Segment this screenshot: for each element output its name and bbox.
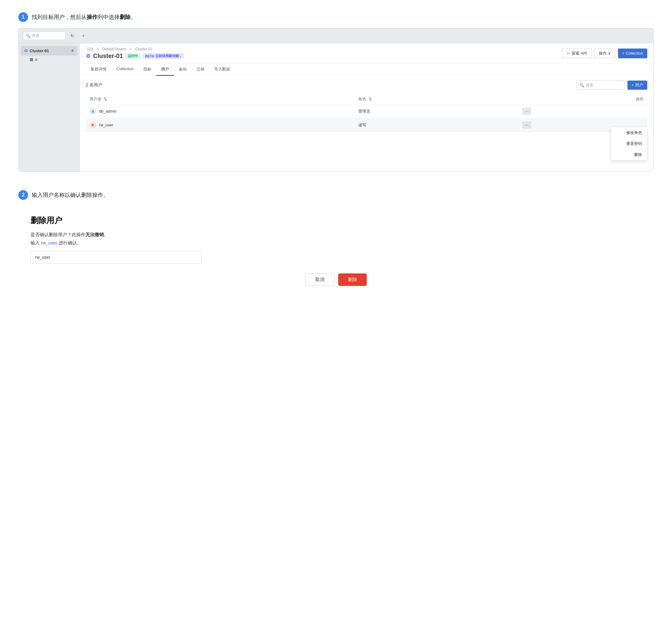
cluster-icon: ⚙ [24,48,28,53]
table-header: 用户名 ⇅ 角色 ⇅ 操作 [86,94,647,105]
user-cell-rw-user: R rw_user [86,119,355,132]
beta-badge: BETA 立刻试用新功能 › [143,53,184,59]
tab-collection[interactable]: Collection [111,63,139,76]
col-actions: 操作 [518,94,647,105]
panel-body: ⚙ Cluster-01 + ▦ a 123 > Default Project… [19,43,653,172]
avatar-db-admin: d [89,108,96,115]
actions-cell-rw-user: ··· 修改角色 重置密码 删除 [518,119,647,132]
cluster-info: 123 > Default Project > Cluster-01 ⚙ Clu… [86,47,184,59]
sidebar-add-icon[interactable]: + [71,48,74,53]
users-count: 2 名用户 [86,82,102,88]
users-search-input[interactable]: 🔍 搜索 [576,80,625,90]
actions-cell-db-admin: ··· [518,105,647,119]
users-toolbar-right: 🔍 搜索 + 用户 [576,80,647,90]
sidebar-search-box[interactable]: 🔍 搜索 [23,31,66,40]
dialog-title: 删除用户 [30,215,642,226]
col-username: 用户名 ⇅ [86,94,355,105]
role-cell-db-admin: 管理员 [355,105,518,119]
dropdown-item-delete[interactable]: 删除 [611,149,647,160]
breadcrumb: 123 > Default Project > Cluster-01 [86,47,184,51]
dialog-actions: 取消 删除 [30,273,642,286]
confirm-username: rw_user [41,240,57,245]
col-role: 角色 ⇅ [355,94,518,105]
sidebar-item-cluster[interactable]: ⚙ Cluster-01 + [20,46,77,55]
add-button[interactable]: + [79,31,87,40]
step1-row: 1 找到目标用户，然后从操作列中选择删除。 [18,12,654,22]
tab-import[interactable]: 导入数据 [209,63,235,76]
sort-icon-username[interactable]: ⇅ [104,97,107,101]
users-table-wrapper: 用户名 ⇅ 角色 ⇅ 操作 [86,94,647,132]
tab-backup[interactable]: 备份 [174,63,192,76]
collection-button[interactable]: + Collection [618,48,647,58]
sidebar: ⚙ Cluster-01 + ▦ a [19,43,80,172]
role-cell-rw-user: 读写 [355,119,518,132]
step1-circle: 1 [18,12,28,22]
username-db-admin: db_admin [99,109,117,114]
panel-header: 🔍 搜索 ↻ + [19,28,653,43]
running-badge: 运行中 [126,53,141,59]
tab-users[interactable]: 用户 [156,63,174,76]
operations-button[interactable]: 操作 ∨ [594,48,616,58]
cancel-button[interactable]: 取消 [305,273,334,286]
tab-migration[interactable]: 迁移 [192,63,209,76]
chevron-down-icon: ∨ [608,51,611,55]
step2-row: 2 输入用户名称以确认删除操作。 [18,190,654,200]
chevron-right-icon: › [180,54,181,58]
dialog-confirm-text: 输入 rw_user 进行确认。 [30,240,642,246]
delete-confirm-input[interactable] [30,251,201,264]
step2-circle: 2 [18,190,28,200]
topbar-actions: ▷ 探索 API 操作 ∨ + Collection [562,48,647,58]
users-table: 用户名 ⇅ 角色 ⇅ 操作 [86,94,647,132]
dialog-description: 是否确认删除用户？此操作无法撤销。 [30,232,642,238]
tab-cluster-detail[interactable]: 集群详情 [86,63,111,76]
step2-text: 输入用户名称以确认删除操作。 [32,191,108,199]
sidebar-sub-item-a[interactable]: ▦ a [19,55,79,63]
cluster-title: ⚙ Cluster-01 运行中 BETA 立刻试用新功能 › [86,52,184,59]
actions-dropdown: 修改角色 重置密码 删除 [611,127,647,161]
username-rw-user: rw_user [99,123,113,127]
content-topbar: 123 > Default Project > Cluster-01 ⚙ Clu… [80,43,653,63]
add-user-button[interactable]: + 用户 [628,80,647,90]
more-button-db-admin[interactable]: ··· [522,108,531,115]
cluster-panel: 🔍 搜索 ↻ + ⚙ Cluster-01 + ▦ a 123 [18,28,654,172]
search-icon: 🔍 [26,34,30,38]
refresh-button[interactable]: ↻ [68,31,76,40]
users-area: 2 名用户 🔍 搜索 + 用户 用户 [80,76,653,172]
content-area: 123 > Default Project > Cluster-01 ⚙ Clu… [80,43,653,172]
more-button-rw-user[interactable]: ··· [522,122,531,129]
table-row: d db_admin 管理员 ··· [86,105,647,119]
sort-icon-role[interactable]: ⇅ [369,97,372,101]
dropdown-item-reset-password[interactable]: 重置密码 [611,138,647,149]
tab-metrics[interactable]: 指标 [139,63,156,76]
table-body: d db_admin 管理员 ··· R [86,105,647,132]
delete-button[interactable]: 删除 [338,273,367,286]
users-toolbar: 2 名用户 🔍 搜索 + 用户 [86,80,647,90]
search-icon-users: 🔍 [580,83,585,87]
dropdown-item-modify-role[interactable]: 修改角色 [611,127,647,138]
cluster-title-icon: ⚙ [86,53,91,59]
table-icon: ▦ [30,57,33,62]
delete-user-dialog: 删除用户 是否确认删除用户？此操作无法撤销。 输入 rw_user 进行确认。 … [18,206,654,295]
table-header-row: 用户名 ⇅ 角色 ⇅ 操作 [86,94,647,105]
user-cell-db-admin: d db_admin [86,105,355,119]
tabs: 集群详情 Collection 指标 用户 备份 迁移 导入数据 [80,63,653,76]
avatar-rw-user: R [89,122,96,129]
explore-api-button[interactable]: ▷ 探索 API [562,48,592,58]
step1-text: 找到目标用户，然后从操作列中选择删除。 [32,13,136,21]
table-row: R rw_user 读写 ··· 修改角色 重置密码 [86,119,647,132]
